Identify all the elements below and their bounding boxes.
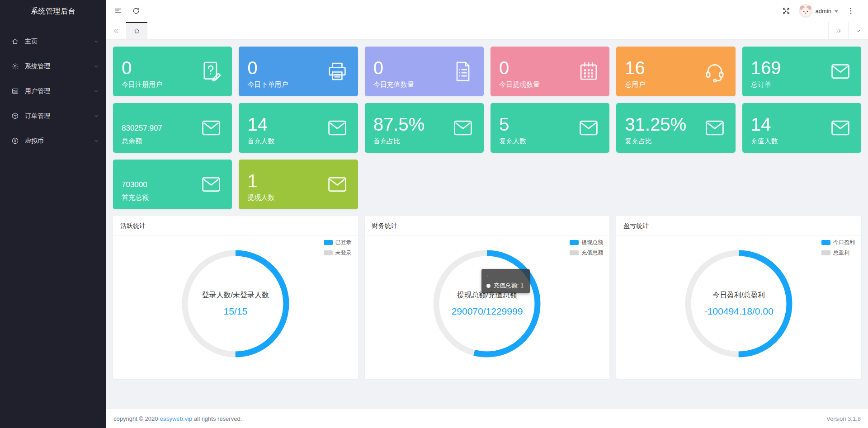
mail-icon bbox=[577, 116, 600, 140]
cube-icon bbox=[11, 112, 19, 120]
site-link[interactable]: easyweb.vip bbox=[160, 415, 192, 422]
printer-icon bbox=[326, 60, 349, 83]
app-root: 系统管理后台 主页 系统管理 bbox=[0, 0, 868, 428]
sidebar-item-label: 虚拟币 bbox=[25, 137, 94, 145]
caret-down-icon bbox=[835, 10, 838, 13]
legend-label: 提现总额 bbox=[581, 239, 603, 246]
copyright: copyright © 2020 easyweb.vip all rights … bbox=[113, 415, 242, 422]
chevron-down-icon bbox=[94, 64, 99, 69]
username: admin bbox=[816, 8, 831, 14]
fullscreen-icon[interactable] bbox=[777, 0, 795, 22]
chevron-down-icon bbox=[94, 39, 99, 44]
copyright-prefix: copyright © 2020 bbox=[113, 415, 158, 422]
legend-swatch bbox=[821, 250, 830, 255]
stat-card-first-charge-ratio: 87.5% 首充占比 bbox=[365, 103, 484, 153]
stat-value: 830257.907 bbox=[122, 123, 191, 134]
tabs-scroll-right-icon[interactable] bbox=[828, 22, 848, 39]
mail-icon bbox=[326, 173, 349, 196]
legend-label: 未登录 bbox=[335, 249, 352, 257]
legend-item[interactable]: 提现总额 bbox=[570, 239, 603, 246]
tabs-menu-icon[interactable] bbox=[848, 22, 868, 39]
donut-label: 今日盈利/总盈利 bbox=[689, 291, 788, 300]
footer: copyright © 2020 easyweb.vip all rights … bbox=[106, 409, 868, 428]
sidebar-item-users[interactable]: 用户管理 bbox=[0, 79, 106, 103]
stat-card-first-charge-users: 14 首充人数 bbox=[239, 103, 358, 153]
coin-icon bbox=[11, 137, 19, 145]
stat-label: 复充人数 bbox=[499, 137, 569, 146]
copyright-suffix: all rights reserved. bbox=[194, 415, 242, 422]
sidebar-item-orders[interactable]: 订单管理 bbox=[0, 103, 106, 128]
stat-label: 今日提现数量 bbox=[499, 80, 569, 89]
chart-legend: 已登录 未登录 bbox=[324, 239, 352, 257]
stat-value: 31.25% bbox=[625, 115, 694, 134]
stat-card-total-users: 16 总用户 bbox=[616, 47, 735, 96]
stat-card-today-registered: 0 今日注册用户 bbox=[113, 47, 232, 96]
chevron-down-icon bbox=[94, 113, 99, 119]
stat-value: 1 bbox=[247, 171, 317, 190]
donut-chart[interactable]: 提现总额/充值总额 290070/1229999 bbox=[430, 247, 543, 360]
mail-icon bbox=[829, 60, 852, 83]
mail-icon bbox=[451, 116, 475, 140]
stat-label: 复充占比 bbox=[625, 137, 694, 146]
stat-card-repeat-charge-ratio: 31.25% 复充占比 bbox=[616, 103, 735, 153]
menu-fold-icon[interactable] bbox=[109, 0, 127, 22]
sidebar-item-system[interactable]: 系统管理 bbox=[0, 54, 106, 79]
stat-label: 提现人数 bbox=[247, 193, 317, 202]
stat-label: 今日注册用户 bbox=[122, 80, 191, 89]
stat-card-total-orders: 169 总订单 bbox=[742, 47, 861, 96]
mail-icon bbox=[199, 173, 223, 196]
donut-value: 15/15 bbox=[186, 306, 285, 317]
sidebar-item-virtual-coin[interactable]: 虚拟币 bbox=[0, 128, 106, 153]
more-vertical-icon[interactable] bbox=[842, 0, 860, 22]
donut-chart[interactable]: 今日盈利/总盈利 -100494.18/0.00 bbox=[682, 247, 795, 360]
stat-card-recharge-users: 14 充值人数 bbox=[742, 103, 861, 153]
sidebar-item-label: 用户管理 bbox=[25, 87, 94, 95]
app-title: 系统管理后台 bbox=[0, 0, 106, 23]
tab-home[interactable] bbox=[126, 22, 147, 39]
donut-label: 登录人数/未登录人数 bbox=[186, 291, 285, 300]
stat-card-today-withdraw: 0 今日提现数量 bbox=[491, 47, 609, 96]
stat-value: 0 bbox=[373, 58, 443, 77]
user-menu[interactable]: admin bbox=[795, 0, 842, 22]
stat-value: 703000 bbox=[122, 179, 191, 190]
stat-label: 首充人数 bbox=[247, 137, 317, 146]
legend-item[interactable]: 已登录 bbox=[324, 239, 352, 246]
stat-value: 14 bbox=[751, 115, 821, 134]
chart-panel-finance-stats: 财务统计 提现总额 充值总额 bbox=[365, 216, 610, 379]
legend-swatch bbox=[324, 250, 333, 255]
donut-value: 290070/1229999 bbox=[437, 306, 537, 317]
stat-label: 充值人数 bbox=[751, 137, 821, 146]
donut-chart[interactable]: 登录人数/未登录人数 15/15 bbox=[179, 247, 292, 360]
chart-panel-profit-stats: 盈亏统计 今日盈利 总盈利 bbox=[616, 216, 861, 379]
tabs-scroll-left-icon[interactable] bbox=[106, 22, 126, 39]
legend-item[interactable]: 未登录 bbox=[324, 249, 352, 257]
stat-label: 首充总额 bbox=[122, 193, 191, 202]
donut-center-text: 今日盈利/总盈利 -100494.18/0.00 bbox=[689, 291, 788, 317]
legend-label: 总盈利 bbox=[833, 249, 849, 257]
survey-icon bbox=[199, 60, 223, 83]
stat-label: 总用户 bbox=[625, 80, 694, 89]
stat-value: 169 bbox=[751, 58, 821, 77]
legend-item[interactable]: 今日盈利 bbox=[821, 239, 855, 246]
panel-title: 盈亏统计 bbox=[616, 216, 861, 235]
legend-swatch bbox=[821, 240, 830, 245]
legend-item[interactable]: 总盈利 bbox=[821, 249, 855, 257]
home-icon bbox=[133, 28, 140, 34]
version-label: Version 3.1.8 bbox=[826, 415, 861, 422]
stat-card-today-recharge: 0 今日充值数量 bbox=[365, 47, 484, 96]
chevron-down-icon bbox=[94, 138, 99, 144]
stat-label: 首充占比 bbox=[373, 137, 443, 146]
chart-legend: 今日盈利 总盈利 bbox=[821, 239, 855, 257]
legend-item[interactable]: 充值总额 bbox=[570, 249, 603, 257]
refresh-icon[interactable] bbox=[127, 0, 145, 22]
stat-value: 14 bbox=[247, 115, 317, 134]
chart-tooltip: - 充值总额: 1 bbox=[481, 269, 530, 293]
stat-label: 总订单 bbox=[751, 80, 821, 89]
tooltip-series-dot bbox=[486, 284, 491, 288]
sidebar-item-home[interactable]: 主页 bbox=[0, 29, 106, 54]
sidebar-nav: 主页 系统管理 用户管理 bbox=[0, 23, 106, 153]
panel-body: 已登录 未登录 bbox=[113, 235, 358, 379]
chevron-down-icon bbox=[94, 89, 99, 94]
id-card-icon bbox=[11, 87, 19, 95]
avatar bbox=[799, 4, 812, 18]
